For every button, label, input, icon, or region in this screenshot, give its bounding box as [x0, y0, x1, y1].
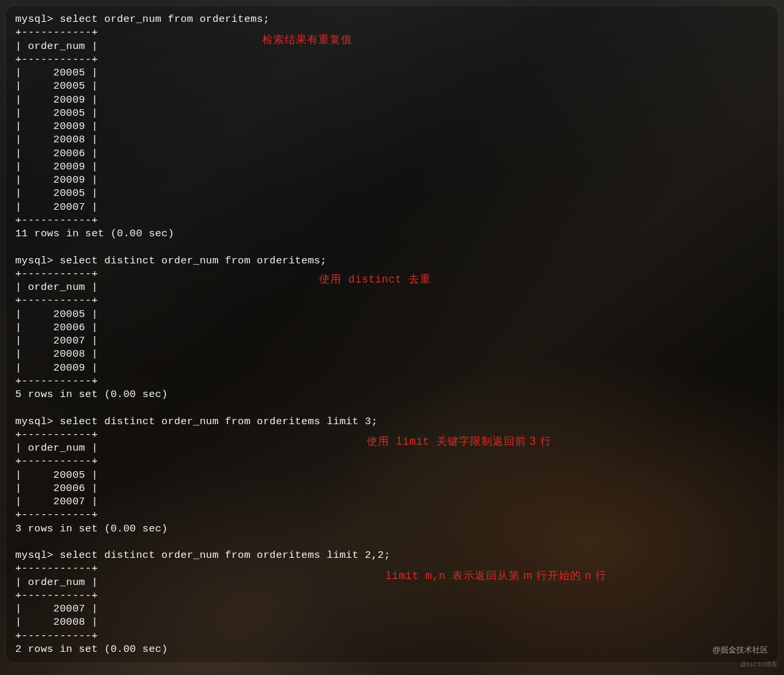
annotation-limit: 使用 limit 关键字限制返回前 3 行 [367, 435, 552, 449]
annotation-limit-mn: limit m,n 表示返回从第 m 行开始的 n 行 [385, 569, 607, 583]
watermark-51cto: @51CTO博客 [740, 658, 777, 671]
watermark-juejin: @掘金技术社区 [712, 643, 768, 656]
annotation-duplicate: 检索结果有重复值 [262, 33, 352, 46]
terminal-output: mysql> select order_num from orderitems;… [15, 13, 769, 656]
terminal-window: mysql> select order_num from orderitems;… [5, 5, 779, 663]
annotation-distinct: 使用 distinct 去重 [319, 273, 431, 287]
